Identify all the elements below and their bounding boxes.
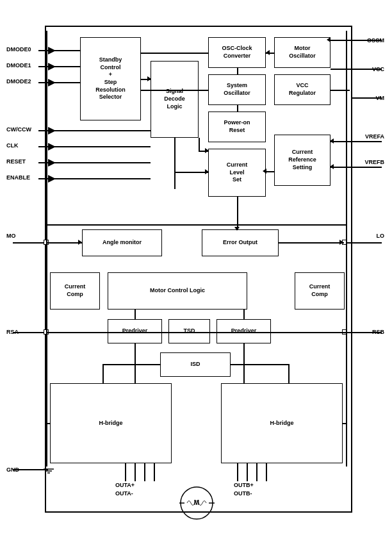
hbl-v2 xyxy=(135,463,136,481)
angle-left-line xyxy=(46,242,82,244)
current-comp-right-block: CurrentComp xyxy=(295,272,345,310)
sysosc-to-por xyxy=(237,105,238,112)
clk-buffer xyxy=(48,142,58,152)
vrefa-line xyxy=(331,141,382,142)
dmode2-buffer xyxy=(48,78,58,88)
current-comp-left-label: CurrentComp xyxy=(65,283,86,298)
isd-to-hbl xyxy=(102,364,160,365)
motor-osc-block: MotorOscillator xyxy=(274,37,331,68)
motor-symbol: M xyxy=(179,486,215,521)
mo-line xyxy=(13,242,48,244)
svg-marker-0 xyxy=(48,47,56,54)
decode-to-current-v xyxy=(199,138,200,151)
isd-label: ISD xyxy=(190,361,200,368)
current-ref-label: CurrentReferenceSetting xyxy=(288,149,316,171)
rsb-line xyxy=(346,332,382,333)
vcc-line xyxy=(331,69,382,70)
sig-clk: CLK xyxy=(6,142,19,149)
svg-marker-1 xyxy=(48,63,56,70)
motor-osc-label: MotorOscillator xyxy=(289,45,316,60)
hbr-v2 xyxy=(247,463,248,481)
standby-control-label: StandbyControl+StepResolutionSelector xyxy=(95,56,126,101)
cwccw-buffer xyxy=(48,126,58,136)
left-bus-v xyxy=(46,31,47,467)
vcc-reg-block: VCCRegulator xyxy=(274,74,331,105)
sig-lo: LO xyxy=(377,233,385,239)
power-on-reset-block: Power-onReset xyxy=(208,112,266,142)
vcc-reg-label: VCCRegulator xyxy=(289,82,316,97)
sig-dmode1: DMODE1 xyxy=(6,62,31,69)
svg-marker-4 xyxy=(48,143,56,151)
predriver-right-block: Predriver xyxy=(216,319,271,343)
tsd-label: TSD xyxy=(184,327,195,335)
gnd-line xyxy=(13,469,48,470)
error-right-line xyxy=(279,242,344,244)
hbl-v3 xyxy=(144,463,145,481)
predriver-right-label: Predriver xyxy=(231,327,257,335)
mc-to-pdl xyxy=(135,310,136,319)
sig-enable: ENABLE xyxy=(6,174,30,181)
hbl-to-rsa xyxy=(46,423,50,424)
motor-control-label: Motor Control Logic xyxy=(150,287,205,295)
sig-dmode2: DMODE2 xyxy=(6,78,31,85)
hbl-v4 xyxy=(154,463,155,481)
decode-cl-arrow xyxy=(205,169,209,174)
outa-plus-label: OUTA+ xyxy=(115,482,135,488)
decode-down xyxy=(174,138,176,189)
ref-level-arrow xyxy=(263,169,266,174)
isd-to-hbr xyxy=(231,364,288,365)
osc-clock-block: OSC-ClockConverter xyxy=(208,37,266,68)
standby-to-sysosc xyxy=(141,90,208,91)
hbr-v3 xyxy=(256,463,257,481)
angle-left-arrow xyxy=(78,240,82,245)
dmode2-line xyxy=(38,82,80,83)
hbr-v4 xyxy=(266,463,267,481)
oscm-line xyxy=(331,40,382,41)
ic-block-diagram: DMODE0 DMODE1 DMODE2 CW/CCW CLK RESET EN… xyxy=(6,6,384,531)
hbl-v1 xyxy=(125,463,126,481)
top-bus xyxy=(46,224,346,226)
svg-marker-5 xyxy=(48,159,56,167)
sig-cwccw: CW/CCW xyxy=(6,126,31,133)
osc-clock-label: OSC-ClockConverter xyxy=(222,45,252,60)
predriver-left-block: Predriver xyxy=(108,319,162,343)
vrefa-arrow xyxy=(330,138,334,144)
error-right-arrow xyxy=(339,240,343,245)
dmode0-buffer xyxy=(48,45,58,56)
sys-osc-block: SystemOscillator xyxy=(208,74,266,105)
dmode1-line xyxy=(38,66,80,67)
current-ref-block: CurrentReferenceSetting xyxy=(274,135,331,186)
error-output-label: Error Output xyxy=(223,239,257,247)
lo-line xyxy=(346,242,382,244)
standby-to-osc xyxy=(141,53,208,54)
outb-plus-label: OUTB+ xyxy=(234,482,254,488)
ref-to-level xyxy=(265,171,274,172)
hbridge-right-label: H-bridge xyxy=(270,420,294,427)
oscclock-to-sysosc xyxy=(237,68,238,74)
oscm-arrow xyxy=(327,37,331,42)
signal-decode-label: SignalDecodeLogic xyxy=(164,88,185,110)
pdr-to-hbr xyxy=(243,343,245,383)
svg-marker-6 xyxy=(48,175,56,183)
hbridge-left-label: H-bridge xyxy=(99,420,123,427)
mc-to-pdr xyxy=(243,310,245,319)
enable-buffer xyxy=(48,174,58,184)
decode-to-cl xyxy=(174,172,208,173)
hbridge-left-block: H-bridge xyxy=(50,383,172,463)
sig-reset: RESET xyxy=(6,158,26,165)
isd-left-v xyxy=(102,364,104,383)
reset-buffer xyxy=(48,158,58,168)
decode-current-arrow xyxy=(205,148,209,153)
outa-minus-label: OUTA- xyxy=(115,490,133,497)
error-output-block: Error Output xyxy=(202,229,279,256)
vcc-reg-right xyxy=(331,90,350,91)
predriver-left-label: Predriver xyxy=(122,327,148,335)
current-comp-left-block: CurrentComp xyxy=(50,272,100,310)
current-comp-right-label: CurrentComp xyxy=(309,283,331,298)
current-level-block: CurrentLevelSet xyxy=(208,149,266,197)
sig-mo: MO xyxy=(6,233,16,239)
standby-control-block: StandbyControl+StepResolutionSelector xyxy=(80,37,141,120)
ground-symbol xyxy=(44,463,56,475)
motor-control-block: Motor Control Logic xyxy=(108,272,247,310)
rsa-line xyxy=(13,332,48,333)
